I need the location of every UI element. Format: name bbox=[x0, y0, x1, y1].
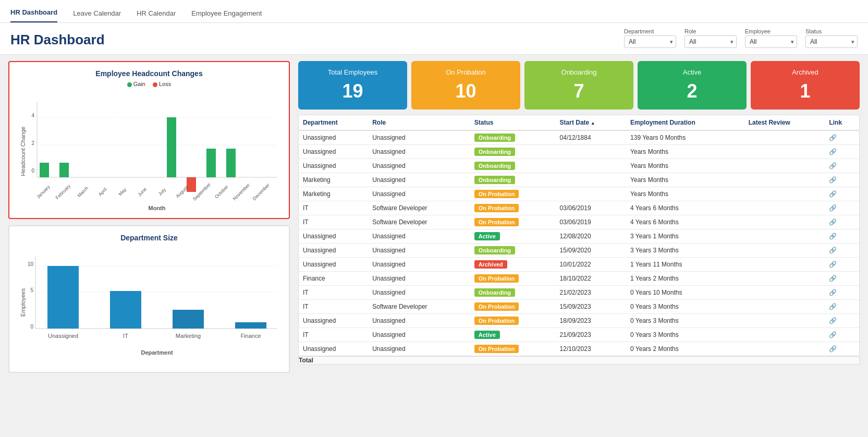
nav-leave-calendar[interactable]: Leave Calendar bbox=[73, 9, 121, 22]
table-row: Unassigned Unassigned On Probation 18/09… bbox=[299, 314, 859, 328]
status-filter-group: Status All bbox=[805, 28, 858, 48]
department-chart-svg: Employees 10 5 0 bbox=[18, 245, 280, 365]
stat-archived[interactable]: Archived 1 bbox=[751, 61, 860, 110]
cell-link[interactable]: 🔗 bbox=[825, 159, 859, 173]
cell-role: Unassigned bbox=[368, 342, 470, 357]
cell-role: Unassigned bbox=[368, 328, 470, 342]
employee-select[interactable]: All bbox=[745, 35, 797, 48]
col-role: Role bbox=[368, 115, 470, 130]
link-icon[interactable]: 🔗 bbox=[829, 289, 837, 296]
cell-status: On Probation bbox=[470, 272, 556, 286]
nav-hr-calendar[interactable]: HR Calendar bbox=[137, 9, 176, 22]
cell-link[interactable]: 🔗 bbox=[825, 201, 859, 215]
cell-status: Onboarding bbox=[470, 244, 556, 258]
cell-department: Unassigned bbox=[299, 145, 368, 159]
headcount-chart-svg: Headcount Change 4 2 0 bbox=[18, 91, 280, 211]
cell-status: Onboarding bbox=[470, 130, 556, 145]
cell-link[interactable]: 🔗 bbox=[825, 314, 859, 328]
stat-active[interactable]: Active 2 bbox=[638, 61, 747, 110]
cell-link[interactable]: 🔗 bbox=[825, 173, 859, 187]
cell-link[interactable]: 🔗 bbox=[825, 215, 859, 229]
department-select[interactable]: All bbox=[624, 35, 676, 48]
cell-link[interactable]: 🔗 bbox=[825, 187, 859, 201]
status-select-wrapper: All bbox=[805, 35, 858, 48]
status-badge: On Probation bbox=[474, 190, 519, 198]
stat-on-probation[interactable]: On Probation 10 bbox=[411, 61, 520, 110]
cell-department: Unassigned bbox=[299, 159, 368, 173]
svg-text:July: July bbox=[157, 187, 167, 197]
cell-start-date: 03/06/2019 bbox=[556, 201, 627, 215]
cell-status: On Probation bbox=[470, 201, 556, 215]
cell-role: Unassigned bbox=[368, 145, 470, 159]
svg-text:Unassigned: Unassigned bbox=[48, 333, 78, 339]
link-icon[interactable]: 🔗 bbox=[829, 190, 837, 198]
cell-start-date: 10/01/2022 bbox=[556, 258, 627, 272]
cell-link[interactable]: 🔗 bbox=[825, 229, 859, 244]
link-icon[interactable]: 🔗 bbox=[829, 148, 837, 155]
svg-text:Marketing: Marketing bbox=[176, 333, 201, 339]
cell-status: Onboarding bbox=[470, 145, 556, 159]
svg-text:April: April bbox=[97, 187, 108, 197]
stat-total-label: Total Employees bbox=[303, 68, 402, 76]
stat-total-employees[interactable]: Total Employees 19 bbox=[298, 61, 407, 110]
nav-hr-dashboard[interactable]: HR Dashboard bbox=[10, 8, 57, 22]
cell-link[interactable]: 🔗 bbox=[825, 328, 859, 342]
status-badge: Onboarding bbox=[474, 162, 515, 170]
stat-onboarding[interactable]: Onboarding 7 bbox=[524, 61, 633, 110]
cell-duration: 0 Years 2 Months bbox=[626, 342, 744, 357]
status-badge: On Probation bbox=[474, 204, 519, 212]
cell-review bbox=[744, 173, 825, 187]
link-icon[interactable]: 🔗 bbox=[829, 317, 837, 324]
status-select[interactable]: All bbox=[805, 35, 858, 48]
status-badge: Onboarding bbox=[474, 133, 515, 142]
cell-role: Unassigned bbox=[368, 272, 470, 286]
link-icon[interactable]: 🔗 bbox=[829, 331, 837, 338]
link-icon[interactable]: 🔗 bbox=[829, 275, 837, 282]
link-icon[interactable]: 🔗 bbox=[829, 303, 837, 310]
cell-start-date: 18/10/2022 bbox=[556, 272, 627, 286]
cell-link[interactable]: 🔗 bbox=[825, 258, 859, 272]
table-row: Unassigned Unassigned Onboarding Years M… bbox=[299, 159, 859, 173]
cell-link[interactable]: 🔗 bbox=[825, 286, 859, 300]
cell-status: Archived bbox=[470, 258, 556, 272]
link-icon[interactable]: 🔗 bbox=[829, 261, 837, 268]
status-badge: Onboarding bbox=[474, 176, 515, 184]
link-icon[interactable]: 🔗 bbox=[829, 233, 837, 240]
role-select[interactable]: All bbox=[684, 35, 737, 48]
stat-onboarding-value: 7 bbox=[530, 80, 628, 102]
svg-text:November: November bbox=[232, 183, 251, 201]
link-icon[interactable]: 🔗 bbox=[829, 162, 837, 169]
link-icon[interactable]: 🔗 bbox=[829, 345, 837, 353]
cell-link[interactable]: 🔗 bbox=[825, 300, 859, 314]
employee-table: Department Role Status Start Date Employ… bbox=[299, 115, 859, 364]
link-icon[interactable]: 🔗 bbox=[829, 204, 837, 212]
table-body: Unassigned Unassigned Onboarding 04/12/1… bbox=[299, 130, 859, 356]
cell-status: On Probation bbox=[470, 300, 556, 314]
bar-nov-gain bbox=[206, 149, 216, 177]
employee-table-container: Department Role Status Start Date Employ… bbox=[298, 115, 860, 365]
cell-department: IT bbox=[299, 286, 368, 300]
cell-review bbox=[744, 130, 825, 145]
cell-role: Software Developer bbox=[368, 300, 470, 314]
cell-link[interactable]: 🔗 bbox=[825, 244, 859, 258]
link-icon[interactable]: 🔗 bbox=[829, 134, 837, 141]
link-icon[interactable]: 🔗 bbox=[829, 247, 837, 254]
link-icon[interactable]: 🔗 bbox=[829, 218, 837, 226]
bar-oct-loss bbox=[187, 177, 196, 192]
cell-link[interactable]: 🔗 bbox=[825, 130, 859, 145]
cell-link[interactable]: 🔗 bbox=[825, 342, 859, 357]
stat-probation-value: 10 bbox=[417, 80, 515, 102]
cell-link[interactable]: 🔗 bbox=[825, 272, 859, 286]
col-start-date[interactable]: Start Date bbox=[556, 115, 627, 130]
cell-review bbox=[744, 342, 825, 357]
cell-link[interactable]: 🔗 bbox=[825, 145, 859, 159]
cell-role: Unassigned bbox=[368, 130, 470, 145]
table-row: Finance Unassigned On Probation 18/10/20… bbox=[299, 272, 859, 286]
cell-review bbox=[744, 286, 825, 300]
cell-review bbox=[744, 314, 825, 328]
nav-employee-engagement[interactable]: Employee Engagement bbox=[191, 9, 262, 22]
stat-archived-label: Archived bbox=[756, 68, 854, 76]
cell-department: IT bbox=[299, 300, 368, 314]
status-badge: Onboarding bbox=[474, 288, 515, 297]
link-icon[interactable]: 🔗 bbox=[829, 176, 837, 184]
